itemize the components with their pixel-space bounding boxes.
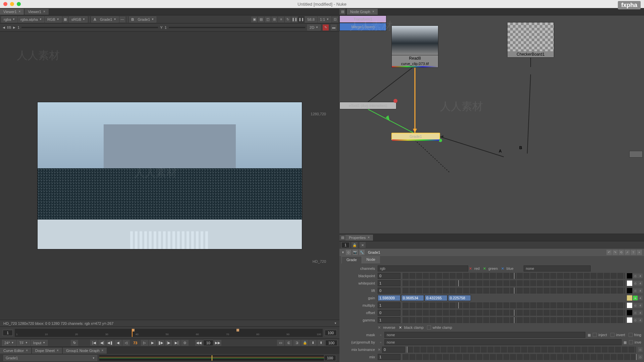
skip-fwd-icon[interactable]: ▶▶	[214, 340, 221, 346]
close-icon[interactable]: ×	[19, 10, 21, 13]
clip-icon[interactable]: ◫	[265, 16, 271, 22]
panel-icon[interactable]: ▤	[339, 235, 345, 241]
lock-icon[interactable]: 🔒	[352, 242, 358, 248]
guides-icon[interactable]: ≡	[278, 16, 284, 22]
wipe-icon[interactable]: —	[119, 16, 125, 22]
mask-dropdown[interactable]: none	[384, 332, 585, 338]
close-window[interactable]	[3, 2, 7, 6]
loop-icon[interactable]: ↻	[71, 340, 78, 346]
whitepoint-slider[interactable]	[402, 280, 625, 286]
inject-checkbox[interactable]	[593, 333, 597, 337]
input-dropdown[interactable]: Input▼	[31, 340, 48, 346]
curve-node-dropdown[interactable]: Grade1▼	[3, 355, 97, 361]
node-transform[interactable]: Transform1	[339, 15, 386, 23]
node-grade[interactable]: Grade1 ◀	[391, 133, 440, 140]
viewer-tab-2[interactable]: Viewer1×	[24, 9, 48, 15]
collapse-icon[interactable]: ▼	[341, 251, 344, 254]
offset-slider[interactable]	[402, 310, 625, 316]
revert-icon[interactable]: ⟲	[619, 250, 624, 255]
anim-icon[interactable]: ◇	[633, 274, 638, 278]
anim-icon[interactable]: ◆	[633, 296, 638, 300]
clear-icon[interactable]: ✕	[360, 242, 366, 248]
minimize-window[interactable]	[10, 2, 14, 6]
format-icon[interactable]: ⊡	[332, 16, 338, 22]
step-back-icon[interactable]: ◀❚	[106, 340, 114, 346]
lut-dropdown[interactable]: sRGB▼	[69, 16, 88, 22]
gain-a-input[interactable]	[448, 295, 471, 301]
subtab-node[interactable]: Node	[362, 256, 380, 263]
tab-group-nodegraph[interactable]: Group1 Node Graph×	[63, 348, 107, 354]
color-chip[interactable]	[627, 303, 632, 308]
reverse-checkbox[interactable]: ✕	[378, 325, 381, 330]
split-icon[interactable]: 4	[638, 296, 643, 300]
wrench-icon[interactable]: 🔧	[359, 250, 365, 255]
snapshot-icon[interactable]: 📷	[353, 250, 358, 255]
mix-input[interactable]	[378, 354, 400, 360]
color-chip[interactable]	[627, 273, 632, 279]
color-dropdown[interactable]: RGB▼	[45, 16, 62, 22]
roi-icon[interactable]: ▣	[251, 16, 257, 22]
lock-icon[interactable]: 🔒	[301, 340, 309, 346]
color-chip[interactable]	[627, 310, 632, 315]
color-chip[interactable]	[627, 317, 632, 323]
zoom-dropdown[interactable]: 1:1▼	[318, 16, 331, 22]
pause2-icon[interactable]: ❚❚	[298, 16, 304, 22]
center-icon[interactable]: ⊙	[346, 250, 351, 255]
gamma-slider[interactable]	[402, 317, 625, 323]
invert-checkbox[interactable]	[610, 333, 614, 337]
timeline-marker[interactable]	[236, 329, 239, 331]
fps-display[interactable]: 58.8	[305, 16, 317, 22]
gain-b-input[interactable]	[425, 295, 447, 301]
prev-frame-icon[interactable]: ◁	[122, 340, 130, 346]
chevron-down-icon[interactable]: ▼	[334, 322, 337, 325]
node-backdrop[interactable]	[629, 151, 643, 158]
gamma-value[interactable]: 1	[165, 25, 167, 29]
mask-toggle[interactable]: ▫	[378, 332, 384, 338]
viewer-tab-1[interactable]: Viewer1×	[0, 9, 24, 15]
redo-icon[interactable]: ↷	[612, 250, 618, 255]
frame-start-input[interactable]: 1	[3, 330, 13, 336]
channel-dropdown[interactable]: rgba▼	[1, 16, 17, 22]
close-icon[interactable]: ×	[43, 10, 45, 13]
prev-icon[interactable]: ◀	[3, 26, 5, 29]
blackpoint-input[interactable]	[378, 273, 400, 279]
mixlum-input[interactable]	[382, 347, 405, 353]
split-icon[interactable]: 4	[638, 288, 643, 293]
out-icon[interactable]: ⊐	[293, 340, 301, 346]
tab-nodegraph[interactable]: Node Graph×	[347, 9, 378, 15]
anim-icon[interactable]: ◇	[638, 355, 643, 359]
tab-dope-sheet[interactable]: Dope Sheet×	[32, 348, 62, 354]
lift-slider[interactable]	[402, 288, 625, 294]
gain-slider[interactable]	[21, 27, 158, 28]
tab-curve-editor[interactable]: Curve Editor×	[0, 348, 31, 354]
play-back-icon[interactable]: ◀	[114, 340, 122, 346]
anim-icon[interactable]: ◇	[638, 347, 643, 352]
tf-dropdown[interactable]: TF▼	[17, 340, 30, 346]
unpremult-dropdown[interactable]: none	[384, 339, 622, 345]
whitepoint-input[interactable]	[378, 280, 400, 286]
play-icon[interactable]: ▶	[149, 340, 156, 346]
step-fwd-icon[interactable]: ❚▶	[157, 340, 164, 346]
toggle-icon[interactable]: ▬	[331, 24, 337, 31]
split-icon[interactable]: 4	[638, 303, 643, 308]
color-chip[interactable]	[627, 288, 632, 293]
anim-icon[interactable]: ◇	[633, 281, 638, 286]
fringe-checkbox[interactable]	[629, 333, 633, 337]
mask-layer-icon[interactable]: ▦	[586, 332, 592, 338]
gamma-input[interactable]	[378, 317, 400, 323]
undo-icon[interactable]: ↶	[606, 250, 612, 255]
fps-dropdown[interactable]: 24*▼	[2, 340, 16, 346]
color-chip[interactable]	[627, 295, 632, 301]
node-merge[interactable]: Merge1 (over)	[339, 23, 386, 31]
popout-icon[interactable]: ↗	[625, 250, 630, 255]
node-checkerboard[interactable]: CheckerBoard1	[507, 22, 554, 58]
green-checkbox[interactable]: ✕	[483, 266, 486, 271]
inve-checkbox[interactable]	[629, 340, 633, 344]
color-chip[interactable]	[627, 281, 632, 286]
import-icon[interactable]: ⬇	[309, 340, 317, 346]
close-prop-icon[interactable]: ×	[637, 250, 642, 255]
split-icon[interactable]: 4	[638, 318, 643, 322]
panel-icon[interactable]: ▤	[339, 9, 345, 15]
next-frame-icon[interactable]: ▷	[141, 340, 148, 346]
proxy-icon[interactable]: ▤	[258, 16, 264, 22]
